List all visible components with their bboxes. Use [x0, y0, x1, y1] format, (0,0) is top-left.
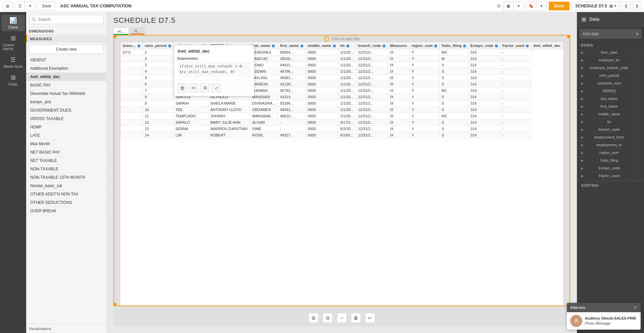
col-header-exmpn[interactable]: Exmpn_code	[468, 42, 500, 49]
next-button[interactable]: ❯	[633, 2, 641, 10]
table-cell: 12	[143, 119, 173, 126]
left-nav: 📊 Charts ⊞ Custom objects ☰ Master items…	[0, 12, 26, 333]
bookmark-group: 🔖 ▾	[526, 1, 547, 11]
nav-item-custom[interactable]: ⊞ Custom objects	[1, 33, 25, 53]
right-field-branch-code[interactable]: ▶ branch_code ⋮⋮	[577, 126, 644, 133]
right-field-factor-used[interactable]: ▶ Factor_used ⋮⋮	[577, 172, 644, 180]
sidebar-item-amt-wthld-dec[interactable]: Amt_wthld_dec	[26, 73, 106, 81]
col-header-middle-name[interactable]: middle_name	[306, 42, 338, 49]
sidebar-item-other-deductions[interactable]: OTHER DEDUCTIONS	[26, 199, 106, 207]
right-field-name: form_type	[601, 50, 618, 54]
right-field-employment-from[interactable]: ▶ employment_from ⋮⋮	[577, 133, 644, 141]
col-header-subs[interactable]: Subs_filing	[439, 42, 468, 49]
right-field-region-num[interactable]: ▶ region_num ⋮⋮	[577, 149, 644, 157]
col-header-retrn[interactable]: retrn_period	[143, 42, 173, 49]
toolbar-title: ASC ANNUAL TAX COMPUTATION	[60, 3, 495, 8]
col-header-region[interactable]: region_num	[409, 42, 439, 49]
table-cell: -	[500, 100, 531, 107]
table-cell: 314	[468, 56, 500, 62]
monitor-dropdown[interactable]: ▾	[514, 2, 524, 10]
nav-item-charts[interactable]: 📊 Charts	[1, 15, 25, 31]
sidebar-item-net-taxable[interactable]: NET TAXABLE	[26, 157, 106, 165]
right-field-exmpn-code[interactable]: ▶ Exmpn_code ⋮⋮	[577, 164, 644, 172]
right-field-subs-filing[interactable]: ▶ Subs_filing ⋮⋮	[577, 157, 644, 164]
sidebar-item-absent[interactable]: ABSENT	[26, 56, 106, 64]
sidebar-item-gross-taxable[interactable]: GROSS TAXABLE	[26, 115, 106, 123]
new-icon-btn[interactable]: ⊕	[3, 2, 13, 10]
right-panel-icon: ▣	[581, 15, 587, 23]
right-field-middle-name[interactable]: ▶ middle_name ⋮⋮	[577, 110, 644, 118]
right-field-schedule[interactable]: ▶ schedule_num ⋮⋮	[577, 79, 644, 87]
col-header-tin[interactable]: tin	[338, 42, 356, 49]
table-cell: Y	[409, 88, 439, 94]
sidebar-item-basic-pay[interactable]: BASIC PAY	[26, 81, 106, 90]
sidebar-item-exmpn-amt[interactable]: exmpn_amt	[26, 98, 106, 106]
right-field-employer-tin[interactable]: ▶ employer_tin ⋮⋮	[577, 56, 644, 64]
right-field-last-name[interactable]: ▶ last_name ⋮⋮	[577, 95, 644, 103]
back-btn[interactable]: ↩	[365, 313, 375, 323]
bookmark-btn[interactable]: 🔖	[526, 2, 536, 10]
sidebar-dimensions-header[interactable]: Dimensions	[26, 27, 106, 35]
col-header-branc[interactable]: branc...	[121, 42, 143, 49]
popup-delete-btn[interactable]: 🗑	[177, 83, 187, 93]
move-btn[interactable]: ↔	[337, 313, 347, 323]
sidebar-item-other-addn[interactable]: OTHER ADDT'N NON TAX	[26, 190, 106, 199]
sidebar-measures-header[interactable]: Measures	[26, 35, 106, 43]
duplicate-btn[interactable]: ⧉	[323, 313, 333, 323]
table-cell: 12/31/2...	[356, 126, 388, 132]
sidebar-item-hdmf[interactable]: HDMF	[26, 123, 106, 131]
col-header-factor[interactable]: Factor_used	[500, 42, 531, 49]
table-cell: TEE	[173, 107, 208, 113]
search-input[interactable]	[29, 15, 104, 24]
table-cell: ROBERT	[208, 132, 250, 138]
nav-item-fields[interactable]: ⊞ Fields	[1, 72, 25, 88]
right-field-retrn[interactable]: ▶ retrn_period ⋮⋮	[577, 72, 644, 79]
right-field-first-name[interactable]: ▶ first_name ⋮⋮	[577, 103, 644, 110]
sidebar-item-nontax-basic-sal[interactable]: Nontax_basic_sal	[26, 182, 106, 190]
sidebar-item-gov-dues[interactable]: GOVERNMENT DUES	[26, 106, 106, 115]
sidebar-item-late[interactable]: LATE	[26, 131, 106, 140]
bookmark-dropdown[interactable]: ▾	[536, 2, 546, 10]
list-dropdown-btn[interactable]: ▾	[25, 2, 35, 10]
prev-button[interactable]: ❮	[622, 2, 631, 10]
table-cell: -	[500, 49, 531, 56]
table-cell: 12/31/2...	[356, 94, 388, 100]
tab-r[interactable]: R...	[130, 27, 145, 35]
add-data-button[interactable]: Add data ▾	[580, 29, 641, 39]
right-field-tin[interactable]: ▶ tin ⋮⋮	[577, 118, 644, 126]
insert-btn[interactable]: ⊞	[309, 313, 319, 323]
sidebar-item-net-basic-pay[interactable]: NET BASIC PAY	[26, 148, 106, 157]
table-cell	[121, 126, 143, 132]
notif-close-btn[interactable]: ✕	[633, 305, 637, 310]
popup-copy-btn[interactable]: ⧉	[200, 83, 210, 93]
sidebar-item-non-taxable-13th[interactable]: NON-TAXABLE 13TH MONTH	[26, 173, 106, 182]
visualizations-btn[interactable]: Visualizations	[26, 324, 106, 333]
table-cell: 6	[143, 81, 173, 88]
table-cell: 12/31/2...	[356, 49, 388, 56]
tabs-row: sc... R...	[107, 27, 577, 35]
popup-expand-btn[interactable]: ⤢	[212, 83, 221, 93]
delete-btn[interactable]: 🗑	[351, 313, 361, 323]
drag-handle-icon[interactable]: ⋮⋮	[633, 51, 640, 54]
add-title-area[interactable]: + Click to add title	[324, 36, 360, 42]
done-button[interactable]: Done	[549, 2, 570, 10]
right-field-employment-to[interactable]: ▶ employment_to ⋮⋮	[577, 141, 644, 149]
sidebar-item-additional-exemption[interactable]: Additional Exemption	[26, 64, 106, 73]
col-header-branch-code[interactable]: branch_code	[356, 42, 388, 49]
sidebar-item-non-taxable[interactable]: NON-TAXABLE	[26, 165, 106, 173]
save-button[interactable]: Save	[38, 2, 55, 10]
right-field-form-type[interactable]: ▶ form_type ⋮⋮	[577, 49, 644, 56]
table-cell: 4/17/2...	[338, 119, 356, 126]
sidebar-item-max-month[interactable]: Max Month	[26, 140, 106, 148]
col-header-first-name[interactable]: first_name	[278, 42, 306, 49]
sidebar-item-over-break[interactable]: OVER BREAK	[26, 207, 106, 215]
monitor-btn[interactable]: ▣	[503, 2, 514, 10]
create-new-button[interactable]: Create new	[29, 45, 104, 54]
nav-item-master[interactable]: ☰ Master items	[1, 54, 25, 70]
list-btn[interactable]: ☰	[15, 2, 25, 10]
sidebar-item-dec-actual-tax[interactable]: December Actual Tax Withheld	[26, 90, 106, 98]
right-field-series[interactable]: ▶ SERIES ⋮⋮	[577, 87, 644, 95]
popup-edit-btn[interactable]: ✏	[189, 83, 198, 93]
tab-sc[interactable]: sc...	[113, 27, 129, 35]
right-field-employer-branch[interactable]: ▶ employer_branch_code ⋮⋮	[577, 64, 644, 72]
